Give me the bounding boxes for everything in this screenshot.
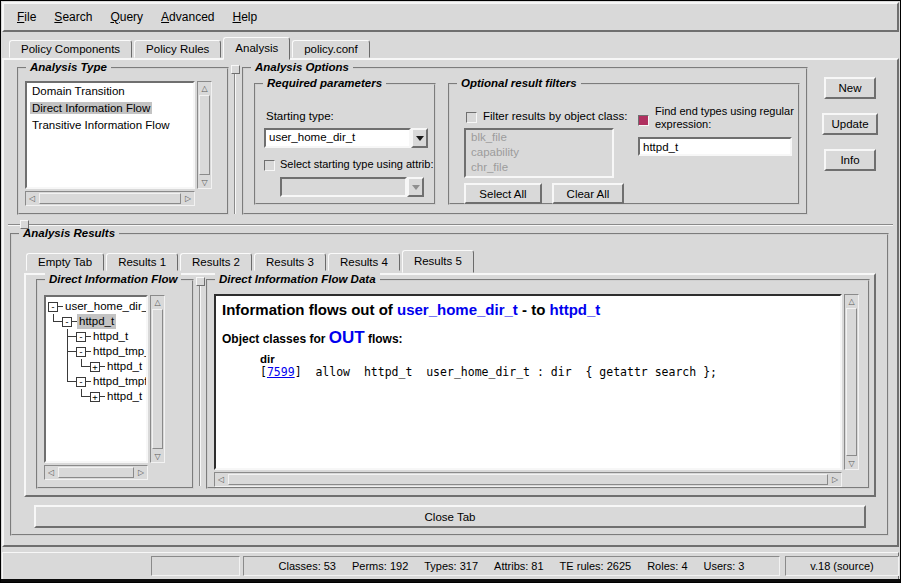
regex-checkbox[interactable]	[638, 115, 649, 126]
stat-perms: Perms: 192	[352, 560, 408, 572]
pane-sash-handle[interactable]	[196, 277, 205, 286]
regex-input[interactable]	[638, 137, 792, 156]
tree-node-label[interactable]: httpd_t	[105, 389, 144, 404]
required-parameters-title: Required parameters	[263, 77, 386, 89]
combo-dropdown-button[interactable]	[411, 128, 428, 148]
tab-results-2[interactable]: Results 2	[180, 253, 252, 271]
scroll-right-icon[interactable]	[135, 466, 147, 479]
flow-direction: OUT	[329, 328, 365, 347]
tab-analysis[interactable]: Analysis	[223, 37, 290, 60]
flow-data-vscrollbar[interactable]	[844, 294, 859, 470]
tree-node-label[interactable]: httpd_t	[91, 329, 130, 344]
target-type: httpd_t	[550, 301, 601, 318]
analysis-type-listbox: Domain Transition Direct Information Flo…	[25, 81, 195, 189]
chevron-down-icon	[407, 177, 424, 197]
update-button[interactable]: Update	[822, 113, 878, 135]
menu-advanced[interactable]: Advanced	[152, 4, 223, 30]
scroll-left-icon[interactable]	[215, 473, 227, 486]
tree-node-label[interactable]: httpd_t	[105, 359, 144, 374]
tree-node[interactable]: - httpd_t	[48, 329, 146, 344]
tree-node[interactable]: - httpd_tmpfs_t	[48, 374, 146, 389]
policy-version: v.18 (source)	[810, 560, 873, 572]
tree-expander-icon[interactable]: -	[48, 302, 58, 312]
tree-expander-icon[interactable]: -	[76, 347, 86, 357]
flow-tree-hscrollbar[interactable]	[44, 465, 148, 480]
tree-connector	[62, 359, 76, 374]
scroll-left-icon[interactable]	[26, 192, 38, 205]
analysis-type-group: Analysis Type Domain Transition Direct I…	[17, 67, 229, 215]
tree-node-label[interactable]: httpd_t	[77, 314, 116, 329]
tree-expander-icon[interactable]: -	[62, 317, 72, 327]
menu-file[interactable]: File	[8, 4, 45, 30]
flow-data-hscrollbar[interactable]	[214, 472, 842, 487]
tree-node[interactable]: + httpd_t	[48, 389, 146, 404]
tree-node-label[interactable]: httpd_tmp_t	[91, 344, 148, 359]
scroll-up-icon[interactable]	[198, 82, 211, 94]
menu-search[interactable]: Search	[45, 4, 101, 30]
list-item[interactable]: Transitive Information Flow	[27, 117, 193, 134]
pane-sash-handle[interactable]	[231, 65, 240, 74]
list-item[interactable]: Domain Transition	[27, 83, 193, 100]
scroll-left-icon[interactable]	[45, 466, 57, 479]
window-bottom-edge	[1, 579, 900, 582]
pane-sash-handle[interactable]	[20, 220, 29, 229]
info-button[interactable]: Info	[824, 149, 876, 171]
scroll-right-icon[interactable]	[182, 192, 194, 205]
tree-expander-icon[interactable]: -	[76, 332, 86, 342]
tab-empty-tab[interactable]: Empty Tab	[26, 253, 104, 271]
scroll-down-icon[interactable]	[845, 457, 858, 469]
scrollbar-thumb[interactable]	[228, 474, 828, 485]
scroll-right-icon[interactable]	[829, 473, 841, 486]
menu-help[interactable]: Help	[223, 4, 266, 30]
tree-expander-icon[interactable]: +	[90, 392, 100, 402]
select-all-button[interactable]: Select All	[464, 183, 542, 204]
status-version-box: v.18 (source)	[785, 556, 899, 576]
scrollbar-thumb[interactable]	[58, 467, 134, 478]
tree-node[interactable]: - httpd_tmp_t	[48, 344, 146, 359]
object-class-checkbox-label: Filter results by object class:	[483, 110, 627, 122]
tree-node[interactable]: - user_home_dir_t	[48, 299, 146, 314]
list-item[interactable]: Direct Information Flow	[27, 100, 193, 117]
tab-policy-rules[interactable]: Policy Rules	[134, 40, 221, 58]
scrollbar-thumb[interactable]	[152, 309, 163, 449]
starting-type-combobox[interactable]: user_home_dir_t	[264, 128, 428, 148]
rule-number-link[interactable]: 7599	[267, 365, 295, 379]
tab-policy-conf[interactable]: policy.conf	[292, 40, 369, 58]
starting-type-value[interactable]: user_home_dir_t	[264, 128, 411, 148]
tree-node-label[interactable]: user_home_dir_t	[63, 299, 148, 314]
scroll-up-icon[interactable]	[845, 295, 858, 307]
flow-data-textarea[interactable]: Information flows out of user_home_dir_t…	[214, 294, 842, 470]
scroll-down-icon[interactable]	[198, 176, 211, 188]
tree-node-label[interactable]: httpd_tmpfs_t	[91, 374, 148, 389]
tab-results-5[interactable]: Results 5	[402, 250, 474, 273]
new-button[interactable]: New	[824, 77, 876, 99]
object-class-checkbox[interactable]	[466, 112, 477, 123]
analysis-type-hscrollbar[interactable]	[25, 191, 195, 206]
scrollbar-thumb[interactable]	[199, 95, 210, 175]
analysis-type-vscrollbar[interactable]	[197, 81, 212, 189]
scroll-down-icon[interactable]	[151, 450, 164, 462]
tree-connector	[62, 389, 76, 404]
tree-node[interactable]: + httpd_t	[48, 359, 146, 374]
clear-all-button[interactable]: Clear All	[552, 183, 624, 204]
object-class-listbox: blk_file capability chr_file	[464, 128, 614, 178]
menu-query[interactable]: Query	[101, 4, 152, 30]
flow-data-title: Direct Information Flow Data	[215, 273, 380, 285]
menu-bar: File Search Query Advanced Help	[2, 2, 899, 32]
tree-node[interactable]: - httpd_t	[48, 314, 146, 329]
tab-results-3[interactable]: Results 3	[254, 253, 326, 271]
attrib-checkbox[interactable]	[264, 160, 275, 171]
close-tab-button[interactable]: Close Tab	[34, 505, 866, 528]
tree-expander-icon[interactable]: +	[90, 362, 100, 372]
attrib-combo-value	[280, 177, 407, 197]
stat-roles: Roles: 4	[647, 560, 687, 572]
scrollbar-thumb[interactable]	[39, 193, 181, 204]
flow-tree-vscrollbar[interactable]	[150, 295, 165, 463]
tab-policy-components[interactable]: Policy Components	[9, 40, 132, 58]
scroll-up-icon[interactable]	[151, 296, 164, 308]
tab-results-4[interactable]: Results 4	[328, 253, 400, 271]
scrollbar-thumb[interactable]	[846, 308, 857, 456]
tab-results-1[interactable]: Results 1	[106, 253, 178, 271]
tree-expander-icon[interactable]: -	[76, 377, 86, 387]
tree-connector	[48, 314, 62, 329]
